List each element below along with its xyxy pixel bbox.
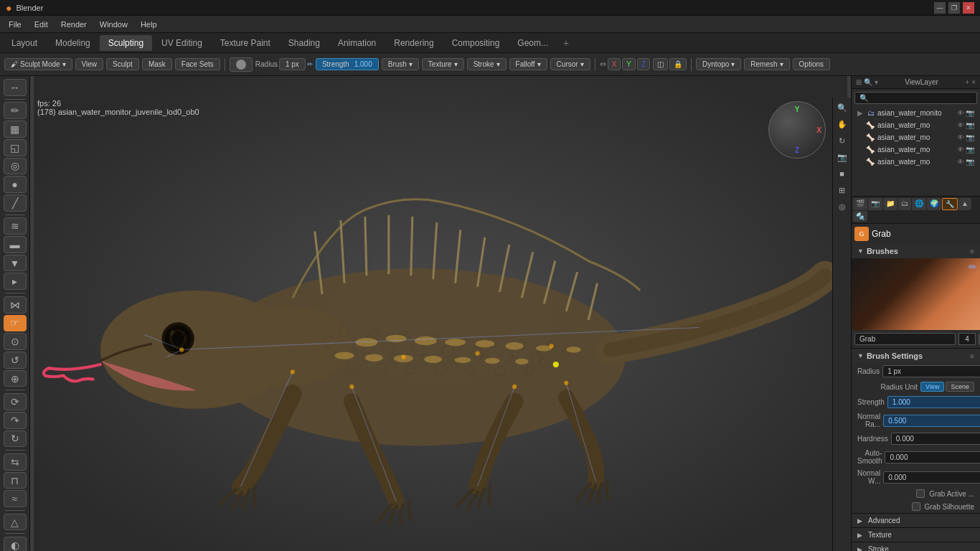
tool-snake-hook[interactable]: ↺ xyxy=(4,352,27,369)
brushes-menu-icon[interactable]: ≡ xyxy=(970,248,974,255)
gizmo-z-label[interactable]: Z xyxy=(795,146,799,154)
outliner-search-input[interactable] xyxy=(854,92,977,104)
brush-dropdown[interactable]: Brush ▾ xyxy=(382,58,419,70)
render-btn[interactable]: ■ xyxy=(835,166,849,181)
props-tab-world[interactable]: 🌍 xyxy=(927,198,941,210)
options-btn[interactable]: Options xyxy=(793,58,830,70)
tool-flatten[interactable]: ▬ xyxy=(4,236,27,253)
remesh-btn[interactable]: Remesh ▾ xyxy=(744,58,789,70)
dyntopo-btn[interactable]: Dyntopo ▾ xyxy=(696,58,741,70)
camera-icon-1[interactable]: 📷 xyxy=(966,121,974,129)
tool-slide-relax[interactable]: ⇆ xyxy=(4,453,27,471)
zoom-camera-btn[interactable]: 📷 xyxy=(835,150,849,164)
tab-geometry[interactable]: Geom... xyxy=(509,35,557,51)
overlay-btn[interactable]: ◎ xyxy=(835,199,849,214)
tool-inflate[interactable]: ◎ xyxy=(4,158,27,175)
tab-rendering[interactable]: Rendering xyxy=(385,35,442,51)
tool-crease[interactable]: ╱ xyxy=(4,194,27,212)
tool-blob[interactable]: ● xyxy=(4,176,27,193)
stroke-header[interactable]: ▶ Stroke xyxy=(852,542,980,551)
mode-selector[interactable]: 🖌 Sculpt Mode ▾ xyxy=(4,58,72,70)
props-tab-object[interactable]: ▲ xyxy=(958,198,971,210)
view-unit-btn[interactable]: View xyxy=(920,382,944,392)
texture-dropdown[interactable]: Texture ▾ xyxy=(422,58,464,70)
tool-clay[interactable]: ▦ xyxy=(4,121,27,138)
tool-nudge[interactable]: ↷ xyxy=(4,412,27,429)
sculpt-btn[interactable]: Sculpt xyxy=(106,58,139,70)
camera-icon-3[interactable]: 📷 xyxy=(966,146,974,154)
texture-header[interactable]: ▶ Texture xyxy=(852,528,980,542)
z-axis-btn[interactable]: Z xyxy=(637,58,650,70)
outliner-item-4[interactable]: 🦴 asian_water_mo 👁 📷 xyxy=(852,156,980,168)
tool-boundary[interactable]: ⊓ xyxy=(4,472,27,489)
brush-name-input[interactable] xyxy=(854,333,956,345)
rotate-view-btn[interactable]: ↻ xyxy=(835,133,849,148)
gizmo-y-label[interactable]: Y xyxy=(795,105,800,113)
tool-thumb[interactable]: ⊕ xyxy=(4,370,27,387)
visibility-icon-4[interactable]: 👁 xyxy=(957,158,964,166)
zoom-in-btn[interactable]: 🔍 xyxy=(835,100,849,115)
tab-texture-paint[interactable]: Texture Paint xyxy=(212,35,279,51)
props-tab-modifier[interactable]: 🔩 xyxy=(853,211,867,222)
scene-unit-btn[interactable]: Scene xyxy=(946,382,974,392)
strength-value-input[interactable] xyxy=(887,396,980,408)
props-tab-scene2[interactable]: 🌐 xyxy=(912,198,926,210)
add-workspace-button[interactable]: + xyxy=(557,34,575,52)
visibility-icon-1[interactable]: 👁 xyxy=(957,121,964,129)
strength-control[interactable]: Strength 1.000 xyxy=(316,58,379,70)
outliner-item-2[interactable]: 🦴 asian_water_mo 👁 📷 xyxy=(852,131,980,143)
falloff-dropdown[interactable]: Falloff ▾ xyxy=(509,58,547,70)
props-tab-scene[interactable]: 🎬 xyxy=(853,198,867,210)
camera-icon-2[interactable]: 📷 xyxy=(966,133,974,141)
face-sets-btn[interactable]: Face Sets xyxy=(175,58,220,70)
tool-layer[interactable]: ◱ xyxy=(4,139,27,156)
brushes-collapse-arrow[interactable]: ▼ xyxy=(857,248,864,255)
menu-window[interactable]: Window xyxy=(94,19,133,30)
normal-weight-input[interactable] xyxy=(883,471,980,484)
camera-icon-0[interactable]: 📷 xyxy=(966,109,974,117)
brush-settings-header[interactable]: ▼ Brush Settings ≡ xyxy=(852,349,980,363)
brush-settings-menu-icon[interactable]: ≡ xyxy=(970,352,974,360)
tool-transform[interactable]: ↔ xyxy=(4,79,27,96)
tool-fill[interactable]: ▼ xyxy=(4,255,27,272)
tool-scrape[interactable]: ▸ xyxy=(4,273,27,290)
grab-silhouette-checkbox[interactable] xyxy=(912,502,920,511)
props-tab-render[interactable]: 📷 xyxy=(868,198,882,210)
tool-pinch[interactable]: ⋈ xyxy=(4,296,27,314)
props-tab-view-layer[interactable]: 🗂 xyxy=(898,198,911,210)
menu-help[interactable]: Help xyxy=(135,19,163,30)
y-axis-btn[interactable]: Y xyxy=(622,58,636,70)
minimize-button[interactable]: — xyxy=(934,2,946,14)
tool-grab[interactable]: ☞ xyxy=(4,315,27,332)
mirror-toggle[interactable]: ◫ xyxy=(653,58,668,70)
normal-radius-input[interactable] xyxy=(883,415,980,427)
tool-elastic[interactable]: ⊙ xyxy=(4,333,27,350)
tool-cloth[interactable]: ≈ xyxy=(4,490,27,507)
radius-value-input[interactable] xyxy=(882,365,980,377)
tool-pose[interactable]: ⟳ xyxy=(4,393,27,410)
tool-mask[interactable]: ◐ xyxy=(4,537,27,551)
close-button[interactable]: ✕ xyxy=(963,2,974,14)
mask-btn[interactable]: Mask xyxy=(142,58,172,70)
view-btn[interactable]: View xyxy=(75,58,104,70)
tab-animation[interactable]: Animation xyxy=(329,35,385,51)
radius-value[interactable]: 1 px xyxy=(279,58,306,70)
maximize-button[interactable]: ❐ xyxy=(948,2,960,14)
advanced-header[interactable]: ▶ Advanced xyxy=(852,514,980,527)
stroke-dropdown[interactable]: Stroke ▾ xyxy=(467,58,507,70)
lock-toggle[interactable]: 🔒 xyxy=(669,58,687,70)
tab-sculpting[interactable]: Sculpting xyxy=(100,35,152,51)
visibility-icon-0[interactable]: 👁 xyxy=(957,109,964,117)
menu-edit[interactable]: Edit xyxy=(29,19,54,30)
props-tab-active-tool[interactable]: 🔧 xyxy=(942,198,958,210)
tab-uv-editing[interactable]: UV Editing xyxy=(153,35,211,51)
viewport[interactable]: fps: 26 (178) asian_water_monitor_juveni… xyxy=(30,76,851,551)
outliner-item-3[interactable]: 🦴 asian_water_mo 👁 📷 xyxy=(852,143,980,156)
hardness-input[interactable] xyxy=(891,433,980,445)
collections-btn[interactable]: ⊞ xyxy=(835,183,849,197)
grab-active-checkbox[interactable] xyxy=(916,489,925,498)
tool-simplify[interactable]: △ xyxy=(4,514,27,531)
outliner-item-0[interactable]: ▶ 🗂 asian_water_monito 👁 📷 xyxy=(852,107,980,119)
x-axis-btn[interactable]: X xyxy=(608,58,621,70)
tab-modeling[interactable]: Modeling xyxy=(47,35,99,51)
